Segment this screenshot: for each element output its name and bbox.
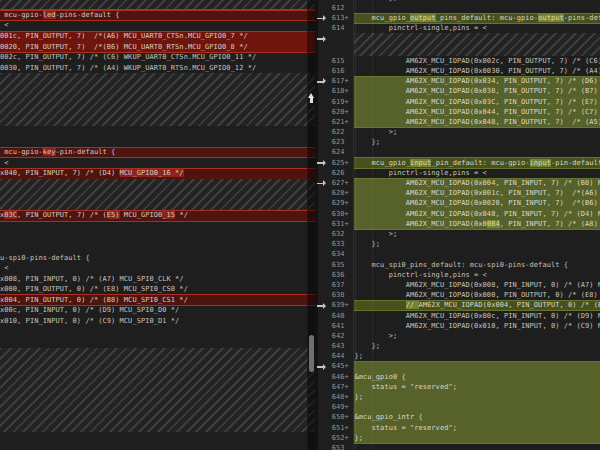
diff-line-old-text: x004, PIN_OUTPUT, 0) /* (B8) MCU_SPI0_CS… [0,296,188,307]
line-number: 632 [318,230,345,238]
code-text: status = "reserved"; [354,424,457,432]
inserted-line-plus-marker: + [345,98,349,106]
diff-line-old-text: mcu-gpio-led-pins-default { [0,11,120,22]
right-pane-new-file[interactable]: 611 };612613+ mcu_gpio_output_pins_defau… [318,0,600,450]
line-number: 653 [318,444,345,450]
line-number: 618 [318,87,345,95]
code-text: &mcu_gpio_intr { [354,413,422,421]
left-pane-scrollbar-track[interactable] [308,0,315,450]
push-change-right-arrow-icon[interactable] [316,179,327,189]
diff-window: mcu-gpio-led-pins-default { <001c, PIN_O… [0,0,600,450]
diff-line-new-text: &mcu_gpio_intr { [354,413,422,421]
code-text: mcu_spi0_pins_default: mcu-spi0-pins-def… [354,261,568,269]
diff-line-new-text: }; [354,393,363,401]
line-number: 611 [318,0,345,2]
code-text: status = "reserved"; [354,383,457,391]
push-change-right-arrow-icon[interactable] [316,362,327,372]
arrow-head [323,78,326,84]
line-number: 623 [318,138,345,146]
code-text: }; [354,342,380,350]
line-number: 624 [318,148,345,156]
diff-line-new-text: AM62X_MCU_IOPAD(0x001c, PIN_INPUT, 7) /*… [354,189,600,197]
right-pane-textlayer: 611 };612613+ mcu_gpio_output_pins_defau… [318,0,600,450]
diff-line-new-text: }; [354,352,363,360]
code-text: _pin_default: mcu-gpio- [431,159,529,167]
line-number: 628 [318,189,345,197]
push-change-right-arrow-icon[interactable] [316,14,327,24]
diff-line-old-text: x040, PIN_INPUT, 7) /* (D4) MCU_GPIO0_16… [0,169,184,180]
code-text: _pins_default: mcu-gpio- [436,14,539,22]
line-number: 630 [318,210,345,218]
push-change-right-arrow-icon[interactable] [316,34,327,44]
code-text: -pin-default { [551,159,600,167]
diff-line-new-text: AM62X_MCU_IOPAD(0x010, PIN_INPUT, 0) /* … [354,322,600,330]
line-number: 649 [318,403,345,411]
code-text: < [0,264,9,272]
diff-line-old-text: x008, PIN_INPUT, 0) /* (A7) MCU_SPI0_CLK… [0,275,184,286]
inserted-line-plus-marker: + [345,189,349,197]
inline-diff-highlight: input [410,159,431,167]
arrow-head [323,36,326,42]
diff-line-old-text: x00c, PIN_INPUT, 0) /* (D9) MCU_SPI0_D0 … [0,306,179,317]
inline-diff-highlight: output [410,14,436,22]
arrow-head [323,160,326,166]
diff-line-new-text: mcu_spi0_pins_default: mcu-spi0-pins-def… [354,261,568,269]
inserted-line-plus-marker: + [345,393,349,401]
code-text: 0030, PIN_OUTPUT, 7) /* (A4) WKUP_UART0_… [0,64,256,72]
inserted-line-plus-marker: + [345,434,349,442]
code-text: pinctrl-single,pins = < [354,271,486,279]
line-number: 651 [318,424,345,432]
left-pane-scrollbar-thumb[interactable] [309,335,314,372]
code-text: -pin-default { [56,148,116,156]
line-number: 647 [318,383,345,391]
line-number: 626 [318,169,345,177]
line-number: 636 [318,271,345,279]
inline-diff-highlight: _15 [162,211,175,219]
code-text: AM62X_MCU_IOPAD(0x044, PIN_OUTPUT, 7) /*… [354,108,600,116]
inserted-line-plus-marker: + [345,118,349,126]
push-change-right-arrow-icon[interactable] [316,301,327,311]
code-text: x000, PIN_OUTPUT, 0) /* (E8) MCU_SPI0_CS… [0,285,188,293]
line-number: 622 [318,128,345,136]
diff-line-new-text: >; [354,332,397,340]
code-text: }; [354,434,363,442]
code-text: AM62X_MCU_IOPAD(0x0020, PIN_INPUT, 7) /*… [354,199,600,207]
diff-line-new-text: AM62X_MCU_IOPAD(0x034, PIN_OUTPUT, 7) /*… [354,77,600,85]
diff-line-new-text: AM62X_MCU_IOPAD(0x0084, PIN_INPUT, 7) /*… [354,220,600,228]
inserted-line-plus-marker: + [345,362,349,370]
diff-line-new-text: AM62X_MCU_IOPAD(0x00c, PIN_INPUT, 0) /* … [354,312,600,320]
code-text: >; [354,128,397,136]
code-text: AM62X_MCU_IOPAD(0x010, PIN_INPUT, 0) /* … [354,322,600,330]
diff-line-old-text: < [0,264,9,275]
diff-line-new-text: AM62X_MCU_IOPAD(0x040, PIN_INPUT, 7) /* … [354,210,600,218]
inline-diff-highlight: input [530,159,551,167]
code-text: < [0,21,9,29]
code-text: x004, PIN_OUTPUT, 0) /* (B8) MCU_SPI0_CS… [0,296,188,304]
code-text: < [0,159,9,167]
code-text: -pins-default { [564,14,600,22]
inserted-line-plus-marker: + [345,77,349,85]
code-text: AM62X_MCU_IOPAD(0x0 [354,220,486,228]
diff-line-new-text: >; [354,128,397,136]
inserted-line-plus-marker: + [345,87,349,95]
inline-diff-highlight: led [43,11,56,19]
diff-line-new-text: AM62X_MCU_IOPAD(0x008, PIN_INPUT, 0) /* … [354,281,600,289]
code-text: 0020, PIN_OUTPUT, 7) /*(B6) MCU_UART0_RT… [0,43,248,51]
code-text: AM62X_MCU_IOPAD(0x001c, PIN_INPUT, 7) /*… [354,189,600,197]
previous-change-marker-stem [310,98,312,103]
line-number: 612 [318,4,345,12]
left-pane-old-file[interactable]: mcu-gpio-led-pins-default { <001c, PIN_O… [0,0,315,450]
push-change-right-arrow-icon[interactable] [316,77,327,87]
code-text: }; [354,393,363,401]
code-text: x00c, PIN_INPUT, 0) /* (D9) MCU_SPI0_D0 … [0,306,179,314]
code-text: }; [354,240,380,248]
diff-line-new-text: status = "reserved"; [354,383,457,391]
line-number: 648 [318,393,345,401]
code-text: x040, PIN_INPUT, 7) /* (D4) [0,169,120,177]
push-change-right-arrow-icon[interactable] [316,158,327,168]
diff-line-old-text: < [0,21,9,32]
inserted-line-plus-marker: + [345,424,349,432]
code-text: AM62X_MCU_IOPAD(0x040, PIN_INPUT, 7) /* … [354,210,600,218]
inserted-line-plus-marker: + [345,383,349,391]
inserted-line-plus-marker: + [345,199,349,207]
